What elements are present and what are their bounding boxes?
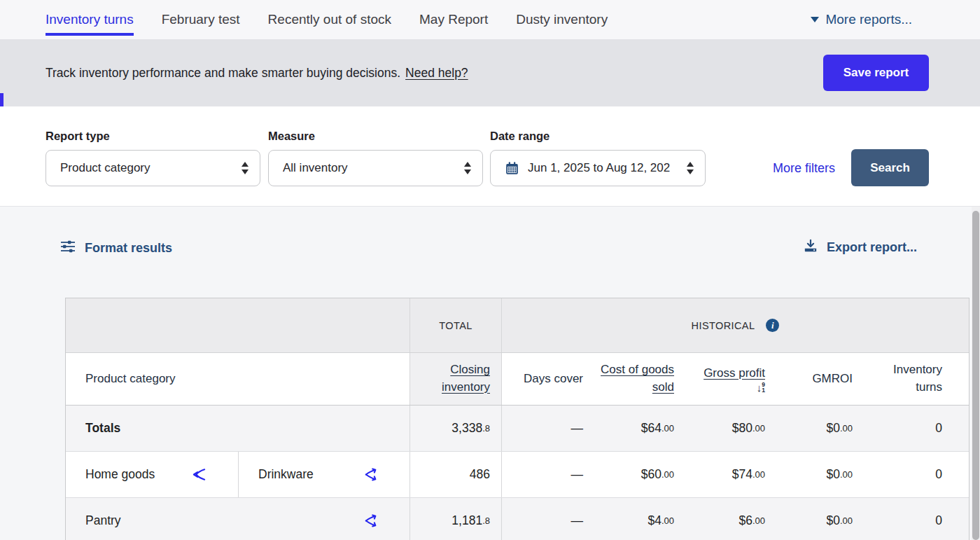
vertical-scrollbar-track[interactable] (972, 207, 980, 540)
column-header-inventory-turns: Inventory turns (865, 353, 969, 405)
format-results-label: Format results (85, 241, 172, 256)
subcategory-label: Drinkware (258, 467, 363, 482)
totals-gmroi: $0.00 (778, 406, 865, 451)
more-reports-label: More reports... (825, 12, 912, 27)
subcategory-cell-drinkware: Drinkware (239, 452, 410, 497)
historical-label: HISTORICAL (692, 320, 755, 331)
home-goods-category-cell: Home goods Drink (66, 452, 410, 497)
report-type-value: Product category (60, 161, 234, 175)
chevron-down-icon (811, 17, 819, 22)
tab-dusty-inventory[interactable]: Dusty inventory (516, 0, 608, 39)
date-range-input[interactable]: Jun 1, 2025 to Aug 12, 202 (490, 150, 706, 186)
table-group-header-row: TOTAL HISTORICAL i (66, 298, 969, 353)
column-header-gross-profit[interactable]: Gross profit ↓ 9 1 (687, 353, 778, 405)
tab-may-report[interactable]: May Report (419, 0, 488, 39)
home-goods-days-cover: — (502, 452, 596, 497)
pantry-gross-profit: $6.00 (687, 498, 778, 540)
group-header-historical: HISTORICAL i (502, 298, 969, 352)
home-goods-inventory-turns: 0 (865, 452, 969, 497)
group-header-total: TOTAL (410, 298, 502, 352)
column-header-days-cover: Days cover (502, 353, 596, 405)
intro-banner: Track inventory performance and make sma… (0, 39, 980, 106)
merge-rows-icon[interactable] (191, 467, 207, 482)
sliders-icon (59, 239, 76, 258)
totals-cogs: $64.00 (596, 406, 687, 451)
group-header-spacer (66, 298, 410, 352)
pantry-days-cover: — (502, 498, 596, 540)
column-header-gmroi: GMROI (778, 353, 865, 405)
totals-gross-profit: $80.00 (687, 406, 778, 451)
split-rows-icon[interactable] (363, 513, 379, 528)
format-results-button[interactable]: Format results (59, 239, 172, 258)
split-rows-icon[interactable] (363, 467, 379, 482)
inventory-report-page: Inventory turns February test Recently o… (0, 0, 980, 540)
measure-select[interactable]: All inventory (268, 150, 483, 186)
more-filters-link[interactable]: More filters (773, 150, 835, 186)
column-header-cost-of-goods-sold[interactable]: Cost of goods sold (596, 353, 687, 405)
date-range-label: Date range (490, 130, 550, 143)
table-row-totals: Totals 3,338.8 — $64.00 $80.00 $0.00 0 (66, 406, 969, 452)
column-header-closing-inventory[interactable]: Closing inventory (410, 353, 502, 405)
save-report-button[interactable]: Save report (823, 55, 929, 91)
banner-text: Track inventory performance and make sma… (46, 66, 400, 81)
inventory-turns-table: TOTAL HISTORICAL i Product category Clos… (65, 298, 969, 540)
totals-label: Totals (66, 406, 410, 451)
export-report-button[interactable]: Export report... (803, 239, 917, 256)
need-help-link[interactable]: Need help? (405, 66, 468, 81)
select-spinner-icon (687, 162, 694, 174)
home-goods-gmroi: $0.00 (778, 452, 865, 497)
table-row-pantry: Pantry (66, 498, 969, 540)
measure-value: All inventory (283, 161, 457, 175)
calendar-icon (505, 161, 519, 176)
report-tab-bar: Inventory turns February test Recently o… (0, 0, 980, 39)
vertical-scrollbar-thumb[interactable] (972, 211, 979, 540)
filter-section: Report type Measure Date range Product c… (0, 106, 980, 207)
tab-february-test[interactable]: February test (162, 0, 240, 39)
column-header-product-category: Product category (66, 353, 410, 405)
category-cell-home-goods: Home goods (66, 452, 239, 497)
date-range-value: Jun 1, 2025 to Aug 12, 202 (528, 161, 680, 175)
totals-days-cover: — (502, 406, 596, 451)
download-icon (803, 239, 818, 256)
pantry-cogs: $4.00 (596, 498, 687, 540)
totals-closing-inventory: 3,338.8 (410, 406, 502, 451)
select-spinner-icon (464, 162, 471, 174)
home-goods-cogs: $60.00 (596, 452, 687, 497)
select-spinner-icon (241, 162, 248, 174)
table-row-home-goods: Home goods Drink (66, 452, 969, 498)
results-section: Format results Export report... T (0, 207, 980, 540)
export-report-label: Export report... (827, 240, 917, 255)
more-reports-dropdown[interactable]: More reports... (811, 0, 912, 39)
home-goods-gross-profit: $74.00 (687, 452, 778, 497)
pantry-category-cell: Pantry (66, 498, 410, 540)
tab-recently-out-of-stock[interactable]: Recently out of stock (268, 0, 391, 39)
search-button[interactable]: Search (851, 149, 929, 186)
pantry-inventory-turns: 0 (865, 498, 969, 540)
pantry-closing-inventory: 1,181.8 (410, 498, 502, 540)
sort-descending-icon: ↓ 9 1 (757, 382, 765, 393)
info-icon[interactable]: i (766, 319, 779, 332)
report-type-select[interactable]: Product category (46, 150, 260, 186)
banner-message: Track inventory performance and make sma… (46, 39, 468, 106)
report-type-label: Report type (46, 130, 110, 143)
pantry-gmroi: $0.00 (778, 498, 865, 540)
tab-inventory-turns[interactable]: Inventory turns (46, 0, 134, 39)
table-header-row: Product category Closing inventory Days … (66, 353, 969, 406)
measure-label: Measure (268, 130, 315, 143)
category-label: Pantry (85, 513, 363, 528)
home-goods-closing-inventory: 486 (410, 452, 502, 497)
category-label: Home goods (85, 467, 191, 482)
totals-inventory-turns: 0 (865, 406, 969, 451)
